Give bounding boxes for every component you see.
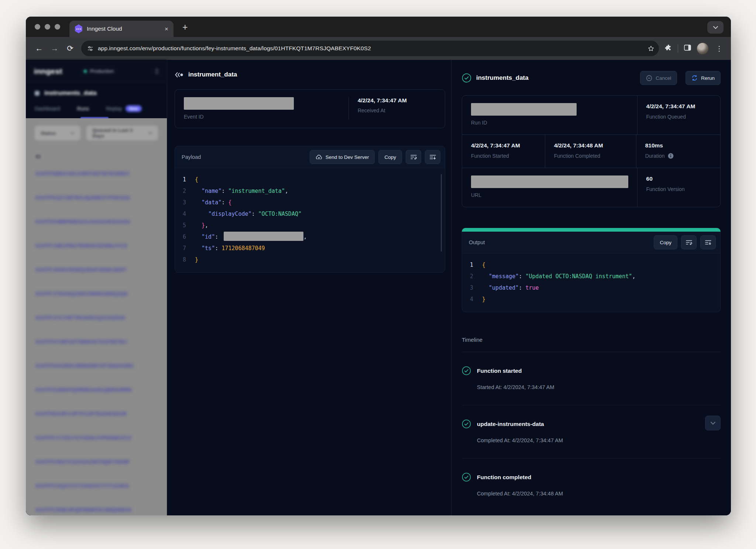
time-range-filter[interactable]: Queued in Last 3 Days [86,126,158,140]
run-id-link[interactable]: 01HTFHYWF32T5B9HGT01F58TBJ [35,339,157,363]
new-tab-button[interactable]: + [182,23,188,32]
back-button[interactable]: ← [32,42,46,55]
browser-window: Inngest Cloud × + ← → ⟳ app.inngest.com/… [26,17,731,515]
browser-tab[interactable]: Inngest Cloud × [69,21,173,37]
wrap-text-icon [410,154,417,160]
function-square-icon [35,91,39,96]
url-cell: URL [462,168,637,207]
code-line: 3 "data": { [175,197,445,208]
timeline-items: Function startedStarted At: 4/2/2024, 7:… [462,352,721,511]
code-line: 8} [175,254,445,266]
tab-title: Inngest Cloud [87,25,161,32]
inngest-favicon-icon [75,24,83,33]
run-id-link[interactable]: 01HTFCW27CZ2X3AZM75QEYNH8F [35,459,157,483]
sidebar-tab-replay[interactable]: ReplayNew [106,105,142,112]
environment-switcher[interactable]: Production [84,68,114,74]
timeline-item-timestamp: Completed At: 4/2/2024, 7:34:48 AM [477,491,721,497]
function-started-cell: 4/2/24, 7:34:47 AM Function Started [462,135,545,168]
run-id-link[interactable]: 01HTFN86XV8CXW57657W7E3WDY [35,171,157,195]
wrap-text-button[interactable] [406,150,421,164]
run-id-link[interactable]: 01HTFJ94HVE0BQ48AF4DM13E9T [35,267,157,291]
rerun-button[interactable]: Rerun [685,71,721,85]
url-text[interactable]: app.inngest.com/env/production/functions… [98,45,643,52]
run-id-link[interactable]: 01HTFG3BKPQ5R9E4A81QBRARRN [35,387,157,411]
cancel-circle-icon [646,75,652,81]
status-filter[interactable]: Status [35,126,80,140]
cancel-button[interactable]: Cancel [640,71,677,85]
run-header: instruments_data Cancel Rerun [462,71,721,85]
sidebar-tab-runs[interactable]: Runs [77,106,89,112]
wrap-text-button[interactable] [681,235,697,249]
scroll-to-bottom-button[interactable] [425,150,440,164]
new-badge: New [126,105,142,112]
traffic-lights[interactable] [35,24,60,30]
env-sort-icon[interactable] [155,69,159,74]
received-at-value: 4/2/24, 7:34:47 AM [358,97,436,104]
duration-value: 810ms [645,142,711,149]
bookmark-star-icon[interactable] [647,45,654,52]
timeline-item: Function completedCompleted At: 4/2/2024… [462,458,721,511]
sidebar-tab-dashboard[interactable]: Dashboard [35,106,60,112]
site-settings-icon[interactable] [87,45,93,52]
scroll-to-bottom-button[interactable] [700,235,716,249]
url-bar[interactable]: app.inngest.com/env/production/functions… [81,41,659,56]
run-id-link[interactable]: 01HTFCYY2GYGYGDKJVP82NKXCZ [35,435,157,459]
run-id-link[interactable]: 01HTFJ7C7HF7RVN051Q3YD2530 [35,315,157,339]
code-line: 6 "id": , [175,231,445,243]
function-title-row: instruments_data [35,89,158,97]
info-icon[interactable] [668,153,674,159]
run-panel: instruments_data Cancel Rerun [451,60,731,515]
code-line: 5 }, [175,220,445,231]
timeline-item-title: update-instruments-data [477,421,544,427]
payload-card: Payload Send to Dev Server Copy [175,146,445,273]
run-id-cell: Run ID [462,96,637,134]
chevron-down-icon [713,26,718,29]
inngest-logo[interactable]: inngest [34,67,62,76]
run-id-link[interactable]: 01HTFKMBPMD0ZAJ4AG04KD3A02 [35,219,157,243]
timeline-title: Timeline [462,337,721,343]
reload-button[interactable]: ⟳ [63,42,77,55]
timeline-item: Function startedStarted At: 4/2/2024, 7:… [462,352,721,405]
browser-menu-icon[interactable]: ⋮ [714,44,724,53]
tab-strip: Inngest Cloud × + [26,17,731,37]
close-window-icon[interactable] [35,24,40,30]
run-id-link[interactable]: 01HTFCSQG7ZYVXNZVC7VT1Z4K6 [35,483,157,507]
function-name: instruments_data [44,89,97,97]
cancel-button-label: Cancel [656,75,671,81]
output-copy-button[interactable]: Copy [654,235,677,249]
function-header: instruments_data DashboardRunsReplayNew [26,83,167,118]
extensions-icon[interactable] [665,44,672,53]
tab-search-button[interactable] [707,21,724,34]
timeline-item-title: Function completed [477,474,531,481]
payload-title: Payload [182,154,201,160]
function-completed-value: 4/2/24, 7:34:48 AM [554,142,627,149]
minimize-window-icon[interactable] [45,24,50,30]
run-id-link[interactable]: 01HTFJ3B1PB27EWGK5Z086JYC8 [35,243,157,267]
side-panel-icon[interactable] [684,44,691,52]
active-tab-underline [80,117,109,118]
code-line: 2 "message": "Updated OCTO:NASDAQ instru… [462,271,720,282]
run-id-link[interactable]: 01HTFCR9K4PQP0R8PZK3MQNMX6 [35,507,157,515]
run-id-link[interactable]: 01HTFKQT1M7RSJQABEXYF0K0S2 [35,195,157,219]
wrap-text-icon [686,240,692,245]
run-id-link[interactable]: 01HTFHXGR0CWNH5WY8T3NAVGRC [35,363,157,387]
run-id-link[interactable]: 01HTFJ7DA6Q2365JWNH1E8Q2Q0 [35,291,157,315]
profile-avatar[interactable] [697,43,708,54]
sidebar: inngest Production instruments_dat [26,60,167,515]
run-id-link[interactable]: 01HTFEG3FVJP7FZJP7EA5KN3JR [35,411,157,435]
code-scrollbar[interactable] [441,174,442,252]
payload-copy-button[interactable]: Copy [378,150,402,164]
run-id-list: 01HTFN86XV8CXW57657W7E3WDY01HTFKQT1M7RSJ… [26,160,167,515]
step-success-icon [462,366,471,375]
code-line: 4 "displayCode": "OCTO:NASDAQ" [175,208,445,220]
url-redacted [471,175,628,188]
timeline-expand-button[interactable] [705,416,721,430]
tab-close-icon[interactable]: × [165,26,168,32]
event-id-label: Event ID [184,114,340,120]
code-line: 2 "name": "instrument_data", [175,185,445,197]
forward-button[interactable]: → [48,42,61,55]
toolbar-right: ⋮ [665,43,724,54]
zoom-window-icon[interactable] [55,24,60,30]
event-panel: instrument_data Event ID 4/2/24, 7:34:47… [167,60,451,515]
send-to-dev-server-button[interactable]: Send to Dev Server [310,150,375,164]
